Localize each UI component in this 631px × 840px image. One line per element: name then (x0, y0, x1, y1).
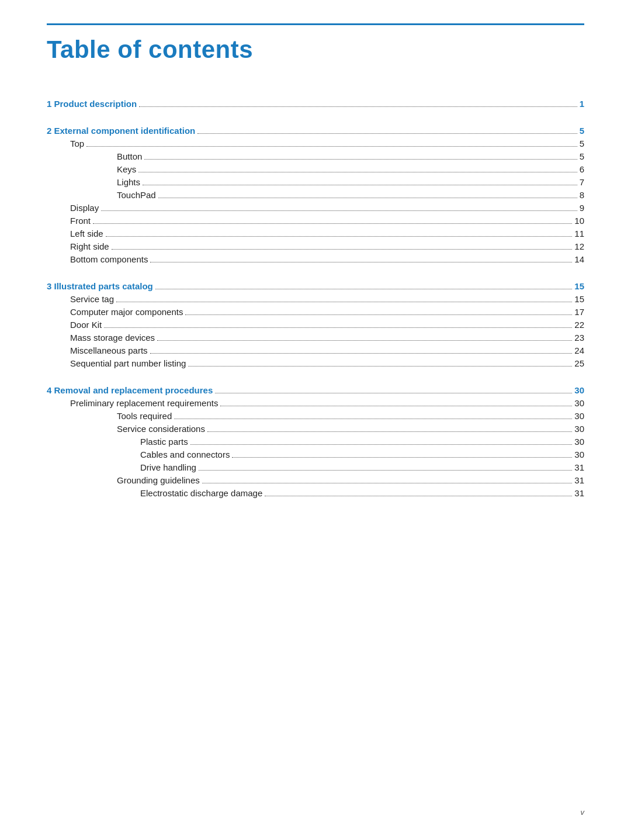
toc-entry-text: Right side (70, 241, 109, 251)
toc-dots (158, 198, 577, 198)
toc-entry-text: Sequential part number listing (70, 358, 186, 368)
toc-entry: Preliminary replacement requirements30 (47, 398, 584, 408)
toc-page-num: 22 (574, 320, 584, 330)
toc-entry: Lights7 (47, 177, 584, 187)
toc-page-num: 30 (574, 437, 584, 447)
toc-entry-text: Service considerations (117, 424, 205, 434)
toc-dots (197, 133, 577, 134)
toc-entry-text: Preliminary replacement requirements (70, 398, 218, 408)
toc-entry: Bottom components14 (47, 254, 584, 264)
toc-entry-text: Miscellaneous parts (70, 345, 148, 355)
toc-entry: 2 External component identification5 (47, 126, 584, 136)
toc-dots (174, 419, 572, 419)
toc-page-num: 31 (574, 488, 584, 498)
toc-entry-text: Front (70, 216, 91, 226)
toc-page-num: 5 (580, 126, 584, 136)
toc-entry-text: Drive handling (140, 462, 196, 472)
toc-entry: Front10 (47, 216, 584, 226)
toc-page-num: 1 (580, 99, 584, 109)
toc-entry-text: Display (70, 203, 99, 213)
toc-dots (138, 172, 577, 172)
toc-entry: Miscellaneous parts24 (47, 345, 584, 355)
toc-entry-text: Grounding guidelines (117, 475, 200, 485)
toc-page-num: 24 (574, 345, 584, 355)
toc-page-num: 30 (574, 385, 584, 395)
toc-page-num: 9 (580, 203, 584, 213)
toc-page-num: 17 (574, 307, 584, 317)
toc-dots (150, 353, 573, 354)
toc-entry: Sequential part number listing25 (47, 358, 584, 368)
toc-entry: Left side11 (47, 229, 584, 238)
toc-page-num: 12 (574, 241, 584, 251)
toc-entry: Top5 (47, 139, 584, 148)
toc-entry-text: 3 Illustrated parts catalog (47, 281, 153, 291)
toc-page-num: 6 (580, 164, 584, 174)
toc-dots (188, 366, 572, 367)
toc-dots (93, 223, 572, 224)
toc-entry: Right side12 (47, 241, 584, 251)
toc-page-num: 10 (574, 216, 584, 226)
toc-page-num: 30 (574, 411, 584, 421)
toc-dots (199, 470, 572, 471)
toc-dots (116, 302, 572, 302)
toc-dots (207, 431, 572, 432)
toc-dots (220, 406, 572, 406)
spacer (47, 267, 584, 281)
toc-page-num: 30 (574, 450, 584, 459)
toc-dots (101, 210, 577, 211)
toc-entry: Mass storage devices23 (47, 333, 584, 343)
toc-entry-text: Door Kit (70, 320, 102, 330)
toc-page-num: 15 (574, 294, 584, 304)
toc-dots (143, 185, 577, 185)
toc-entry: Grounding guidelines31 (47, 475, 584, 485)
toc-entry: Plastic parts30 (47, 437, 584, 447)
toc-dots (202, 483, 573, 483)
toc-page-num: 15 (574, 281, 584, 291)
toc-entry-text: Lights (117, 177, 140, 187)
toc-entry-text: 4 Removal and replacement procedures (47, 385, 213, 395)
toc-dots (265, 496, 572, 496)
toc-entry-text: Service tag (70, 294, 114, 304)
toc-entry: Door Kit22 (47, 320, 584, 330)
toc-dots (155, 289, 573, 289)
toc-entry-text: Top (70, 139, 84, 148)
toc-dots (215, 393, 572, 393)
toc-entry-text: Tools required (117, 411, 172, 421)
toc-container: 1 Product description12 External compone… (47, 99, 584, 498)
toc-page-num: 31 (574, 462, 584, 472)
spacer (47, 112, 584, 126)
toc-page-num: 8 (580, 190, 584, 200)
toc-page-num: 30 (574, 398, 584, 408)
toc-page-num: 5 (580, 139, 584, 148)
toc-entry: Electrostatic discharge damage31 (47, 488, 584, 498)
toc-entry: Display9 (47, 203, 584, 213)
toc-entry: Service tag15 (47, 294, 584, 304)
toc-dots (232, 457, 572, 458)
toc-dots (104, 327, 572, 328)
toc-dots (106, 236, 573, 237)
toc-entry: TouchPad8 (47, 190, 584, 200)
toc-entry: Button5 (47, 151, 584, 161)
toc-dots (144, 159, 577, 160)
toc-page-num: 11 (574, 229, 584, 238)
toc-entry-text: Left side (70, 229, 103, 238)
toc-entry: Service considerations30 (47, 424, 584, 434)
toc-page-num: 30 (574, 424, 584, 434)
toc-entry: 3 Illustrated parts catalog15 (47, 281, 584, 291)
toc-entry-text: Bottom components (70, 254, 148, 264)
toc-entry: Keys6 (47, 164, 584, 174)
toc-entry-text: Electrostatic discharge damage (140, 488, 262, 498)
toc-entry: Tools required30 (47, 411, 584, 421)
toc-entry-text: Button (117, 151, 142, 161)
page-title: Table of contents (47, 36, 584, 64)
toc-entry-text: Cables and connectors (140, 450, 230, 459)
toc-entry-text: Mass storage devices (70, 333, 155, 343)
toc-page-num: 31 (574, 475, 584, 485)
toc-entry: 4 Removal and replacement procedures30 (47, 385, 584, 395)
toc-entry-text: Plastic parts (140, 437, 188, 447)
toc-page-num: 5 (580, 151, 584, 161)
toc-dots (139, 106, 577, 107)
toc-dots (185, 314, 572, 315)
toc-page-num: 7 (580, 177, 584, 187)
toc-entry: Cables and connectors30 (47, 450, 584, 459)
